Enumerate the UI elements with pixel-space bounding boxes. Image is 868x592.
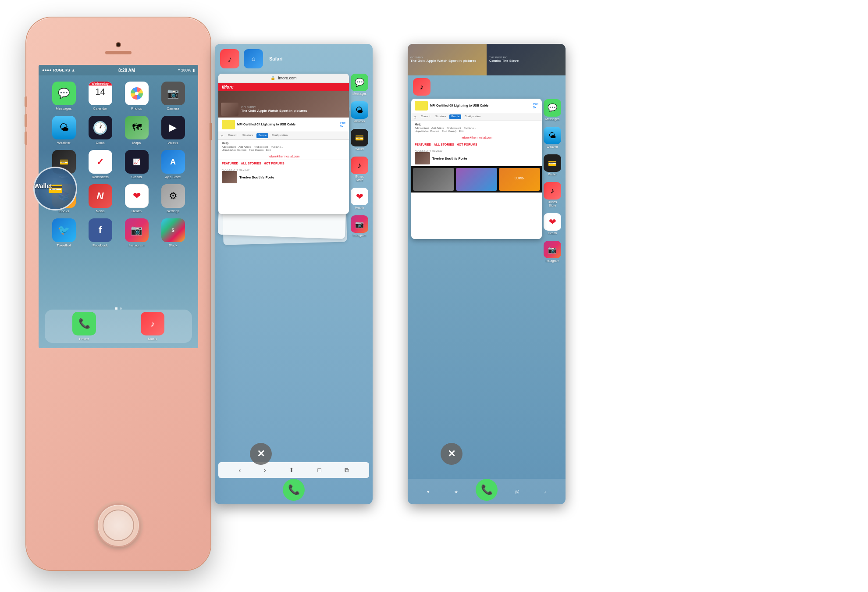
switcher-wallet-icon[interactable]: 💳	[351, 129, 368, 146]
switcher-2-safari-card[interactable]: MFi Certified 6ft Lightning to USB Cable…	[411, 99, 542, 239]
switcher-messages-icon[interactable]: 💬	[351, 74, 368, 91]
share-icon[interactable]: ⬆	[289, 467, 294, 474]
reminders-icon[interactable]: ✓	[89, 150, 112, 174]
switcher-2-messages-icon[interactable]: 💬	[544, 99, 561, 117]
switcher-2-wallet-label: Wallet	[548, 173, 556, 176]
switcher-safari-app[interactable]: ⌂	[244, 49, 263, 68]
switcher-2-right-wallet[interactable]: 💳 Wallet	[544, 154, 561, 176]
music-bar-my-music[interactable]: ♪	[544, 489, 546, 494]
videos-icon[interactable]: ▶	[161, 116, 185, 139]
app-news[interactable]: N News	[85, 184, 116, 213]
app-camera[interactable]: 📷 Camera	[157, 82, 189, 111]
switcher-2-itunes-icon[interactable]: ♪	[544, 182, 561, 200]
news-icon[interactable]: N	[89, 184, 112, 208]
app-settings[interactable]: ⚙ Settings	[157, 184, 189, 213]
switcher-2-home-icon: ⌂	[414, 114, 416, 119]
accessory-article: ACCESSORY REVIEW Twelve South's Forte	[218, 167, 349, 185]
switcher-2-weather-icon[interactable]: 🌤	[544, 127, 561, 144]
phone-dock-button-2[interactable]: 📞	[476, 479, 498, 501]
close-x-button-2[interactable]: ✕	[441, 443, 462, 465]
switcher-2-health-icon[interactable]: ❤	[544, 213, 561, 231]
switcher-2-mfi-icon	[415, 101, 428, 111]
app-calendar[interactable]: Wednesday 14 Calendar	[85, 82, 116, 111]
switcher-2-right-health[interactable]: ❤ Health	[544, 213, 561, 235]
app-clock[interactable]: 🕐 Clock	[85, 116, 116, 145]
switcher-2-right-weather[interactable]: 🌤 Weather	[544, 127, 561, 148]
switcher-right-wallet[interactable]: 💳 Wallet	[351, 129, 368, 150]
calendar-label: Calendar	[93, 107, 107, 111]
switcher-right-messages[interactable]: 💬 Messages	[351, 74, 368, 95]
switcher-2-right-messages[interactable]: 💬 Messages	[544, 99, 561, 121]
music-bar-connect[interactable]: @	[515, 489, 519, 494]
switcher-2-wallet-icon[interactable]: 💳	[544, 154, 561, 172]
music-icon[interactable]: ♪	[141, 312, 164, 335]
app-tweetbot[interactable]: 🐦 Tweetbot	[48, 218, 79, 247]
cms-content: Content	[226, 133, 239, 138]
app-slack[interactable]: S Slack	[157, 218, 189, 247]
mfi-title: MFi Certified 6ft Lightning to USB Cable	[237, 123, 338, 126]
facebook-icon[interactable]: f	[89, 218, 112, 242]
switcher-2-right-instagram[interactable]: 📷 Instagram	[544, 241, 561, 262]
lume-thumb-2	[456, 168, 497, 191]
home-button[interactable]	[96, 503, 140, 547]
app-health[interactable]: ❤ Health	[121, 184, 152, 213]
app-reminders[interactable]: ✓ Reminders	[85, 150, 116, 179]
switcher-right-instagram[interactable]: 📷 Instagram	[351, 215, 368, 237]
app-weather[interactable]: 🌤 Weather	[48, 116, 79, 145]
switcher-2-music[interactable]: ♪	[413, 78, 430, 96]
dock-phone[interactable]: 📞 Phone	[72, 312, 96, 341]
app-maps[interactable]: 🗺 Maps	[121, 116, 152, 145]
forward-icon[interactable]: ›	[264, 467, 266, 474]
app-app-store[interactable]: A App Store	[157, 150, 189, 179]
settings-icon[interactable]: ⚙	[161, 184, 185, 208]
phone-dock-button-1[interactable]: 📞	[283, 479, 305, 501]
app-store-icon[interactable]: A	[161, 150, 185, 174]
slack-icon[interactable]: S	[161, 218, 185, 242]
app-videos[interactable]: ▶ Videos	[157, 116, 189, 145]
switcher-right-health[interactable]: ❤ Health	[351, 188, 368, 209]
tweetbot-icon[interactable]: 🐦	[52, 218, 76, 242]
switcher-itunes-icon[interactable]: ♪	[351, 157, 368, 174]
switcher-right-weather[interactable]: 🌤 Weather	[351, 101, 368, 123]
bookmark-icon[interactable]: □	[317, 467, 321, 474]
dock-music[interactable]: ♪ Music	[141, 312, 164, 341]
weather-icon[interactable]: 🌤	[52, 116, 76, 139]
camera-icon[interactable]: 📷	[161, 82, 185, 105]
app-instagram[interactable]: 📷 Instagram	[121, 218, 152, 247]
clock-icon[interactable]: 🕐	[89, 116, 112, 139]
app-facebook[interactable]: f Facebook	[85, 218, 116, 247]
switcher-2-people: People	[449, 114, 461, 119]
switcher-right-itunes[interactable]: ♪ iTunesStore	[351, 157, 368, 182]
power-button[interactable]	[210, 123, 212, 140]
tabs-icon[interactable]: ⧉	[345, 467, 349, 474]
switcher-2-right-itunes[interactable]: ♪ iTunesStore	[544, 182, 561, 207]
switcher-2-unpublished: Unpublished Content	[415, 130, 439, 132]
back-icon[interactable]: ‹	[238, 467, 241, 474]
switcher-instagram-icon[interactable]: 📷	[351, 215, 368, 233]
safari-card[interactable]: 🔒 imore.com iMore GO SHINY The Gold Appl…	[218, 74, 349, 214]
volume-up-button[interactable]	[25, 114, 27, 127]
stocks-icon[interactable]: 📈	[125, 150, 149, 174]
switcher-2-instagram-icon[interactable]: 📷	[544, 241, 561, 258]
music-bar-for-you[interactable]: ♥	[427, 489, 430, 494]
photos-icon[interactable]	[125, 82, 149, 105]
app-photos[interactable]: Photos	[121, 82, 152, 111]
instagram-icon[interactable]: 📷	[125, 218, 149, 242]
switcher-weather-icon[interactable]: 🌤	[351, 101, 368, 119]
close-x-button-1[interactable]: ✕	[250, 443, 272, 465]
cms-edit: Edit	[266, 149, 270, 151]
silent-switch[interactable]	[25, 96, 27, 107]
volume-down-button[interactable]	[25, 132, 27, 145]
settings-label: Settings	[167, 209, 179, 213]
phone-icon[interactable]: 📞	[72, 312, 96, 335]
health-icon[interactable]: ❤	[125, 184, 149, 208]
calendar-icon[interactable]: Wednesday 14	[89, 82, 112, 105]
app-stocks[interactable]: 📈 Stocks	[121, 150, 152, 179]
app-messages[interactable]: 💬 Messages	[48, 82, 79, 111]
music-bar-new[interactable]: ★	[454, 489, 458, 494]
maps-icon[interactable]: 🗺	[125, 116, 149, 139]
switcher-health-icon[interactable]: ❤	[351, 188, 368, 205]
lume-label: LUME•	[499, 168, 540, 180]
switcher-music-app[interactable]: ♪	[220, 49, 239, 68]
messages-icon[interactable]: 💬	[52, 82, 76, 105]
